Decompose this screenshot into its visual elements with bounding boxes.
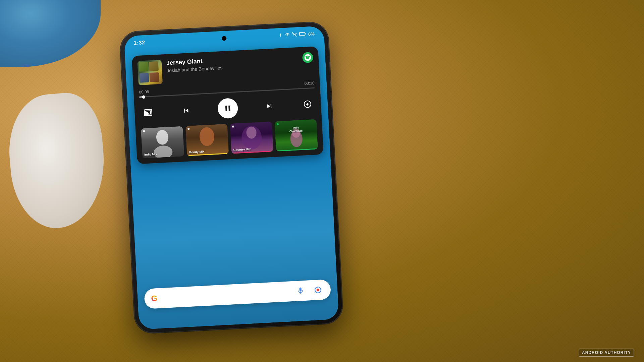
add-button[interactable] bbox=[301, 97, 315, 111]
previous-button[interactable] bbox=[179, 104, 193, 118]
music-card-header: Jersey Giant Josiah and the Bonnevilles bbox=[137, 52, 314, 85]
google-mic-button[interactable] bbox=[294, 285, 307, 297]
next-button[interactable] bbox=[262, 99, 276, 113]
battery-icon bbox=[299, 32, 307, 37]
phone-screen: 1:32 bbox=[124, 26, 339, 329]
playlist-thumb-4: IndieChristmas bbox=[274, 119, 318, 152]
current-time: 00:05 bbox=[139, 89, 149, 95]
album-art-mini-1 bbox=[139, 62, 149, 72]
phone-frame: 1:32 bbox=[120, 21, 343, 334]
phone-device: 1:32 bbox=[120, 21, 343, 334]
svg-rect-1 bbox=[305, 33, 306, 35]
playlist-item-indie-christmas[interactable]: IndieChristmas bbox=[274, 119, 318, 152]
status-icons: 6% bbox=[278, 31, 315, 39]
album-art-mini-2 bbox=[149, 61, 159, 71]
music-notification-card[interactable]: Jersey Giant Josiah and the Bonnevilles … bbox=[132, 46, 324, 164]
playback-controls bbox=[140, 94, 316, 123]
album-art bbox=[137, 60, 163, 85]
battery-percent: 6% bbox=[308, 31, 315, 37]
status-time: 1:32 bbox=[133, 40, 145, 46]
search-spacer bbox=[163, 291, 289, 298]
track-info: Jersey Giant Josiah and the Bonnevilles bbox=[166, 53, 298, 73]
bluetooth-icon bbox=[278, 33, 283, 39]
wifi-icon bbox=[285, 32, 290, 38]
google-g-logo: G bbox=[151, 294, 158, 303]
svg-point-6 bbox=[156, 130, 169, 145]
cast-button[interactable] bbox=[141, 106, 155, 120]
google-lens-button[interactable] bbox=[312, 284, 324, 296]
playlist-row: Indie Mix Moody Mix bbox=[141, 119, 318, 159]
progress-bar-fill bbox=[139, 96, 144, 98]
total-time: 03:18 bbox=[304, 81, 315, 86]
album-art-mini-4 bbox=[149, 72, 159, 82]
playlist-item-country-mix[interactable]: Country Mix bbox=[230, 121, 274, 154]
playlist-item-indie-mix[interactable]: Indie Mix bbox=[141, 126, 184, 158]
album-art-mini-3 bbox=[139, 73, 149, 82]
pause-button[interactable] bbox=[217, 98, 238, 119]
progress-dot bbox=[142, 95, 146, 99]
svg-point-14 bbox=[317, 289, 319, 291]
signal-icon bbox=[292, 32, 297, 38]
playlist-item-moody-mix[interactable]: Moody Mix bbox=[185, 124, 229, 156]
svg-point-8 bbox=[199, 127, 215, 146]
camera-hole bbox=[222, 36, 227, 41]
svg-rect-2 bbox=[299, 33, 300, 35]
watermark: ANDROID AUTHORITY bbox=[579, 349, 634, 357]
spotify-logo bbox=[302, 52, 314, 63]
